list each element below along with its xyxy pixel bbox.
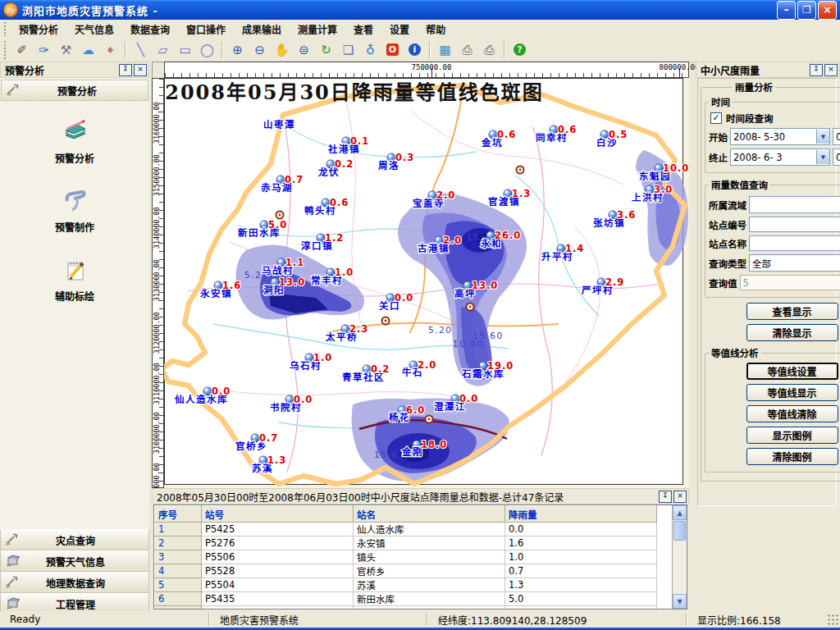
station-value-label: 2.0 [443,235,462,246]
pan-icon[interactable]: ✋ [272,39,292,60]
overview-icon[interactable]: O [382,39,403,60]
box-icon [6,596,21,612]
pin-icon[interactable]: ↧ [659,491,672,503]
menu-item-2[interactable]: 数据查询 [122,21,178,38]
clear-legend-button[interactable]: 清除图例 [746,448,838,465]
start-date-combo[interactable]: 2008- 5-30 ▼ [730,128,830,145]
vertical-scrollbar[interactable]: ▲ ▼ [672,505,687,609]
station-value-label: 0.1 [350,135,369,147]
start-hour-combo[interactable]: 00 ▼ [833,128,840,145]
menu-item-3[interactable]: 窗口操作 [178,21,234,38]
contour-show-button[interactable]: 等值线显示 [746,384,838,401]
zoom-extent-icon[interactable]: ⊜ [294,39,314,60]
table-row[interactable]: 4P5528官桥乡0.7 [155,564,657,578]
minimize-button[interactable]: – [777,1,796,20]
contour-settings-button[interactable]: 等值线设置 [746,363,838,380]
rectangle-tool-icon[interactable]: ▭ [175,39,195,60]
sidebar-item-warning-weather-info[interactable]: 预警天气信息 [0,550,149,572]
end-date-combo[interactable]: 2008- 6- 3 ▼ [730,148,830,166]
contour-clear-button[interactable]: 等值线清除 [746,405,838,422]
scroll-down-icon[interactable]: ▼ [673,594,687,609]
menu-bar: 预警分析天气信息数据查询窗口操作成果输出测量计算查看设置帮助 [0,20,840,39]
column-header-3[interactable]: 降雨量 [505,506,657,523]
station-山枣潭[interactable]: 山枣潭 [263,119,295,130]
query-value-input[interactable] [740,275,840,290]
polygon-tool-icon[interactable]: ▱ [153,39,173,60]
zoom-in-icon[interactable]: ⊕ [227,39,248,60]
chevron-down-icon[interactable]: ▼ [816,130,829,144]
clear-display-button[interactable]: 清除显示 [746,324,838,341]
station-value-label: 0.0 [459,393,478,404]
close-button[interactable]: × [818,1,837,20]
menu-item-1[interactable]: 天气信息 [66,21,122,38]
station-code-input[interactable] [749,217,840,232]
toolbar-grip[interactable] [3,21,7,36]
table-row[interactable]: 5P5504苏溪1.3 [155,578,657,592]
toolbar-grip[interactable] [3,40,7,59]
line-tool-icon[interactable]: ╲ [130,39,151,60]
toolbar: ✐✑⚒☁⌖╲▱▭◯⊕⊖✋⊜↻❏♁Oi▦⎙⎙? [0,38,840,62]
menu-item-5[interactable]: 测量计算 [290,21,345,38]
ellipse-tool-icon[interactable]: ◯ [197,39,217,60]
sidebar-item-geographic-data-query[interactable]: 地理数据查询 [0,572,149,593]
close-icon[interactable]: × [134,64,147,76]
draw-warning-icon[interactable]: ✑ [34,39,54,60]
time-range-checkbox[interactable]: ✓ [710,112,722,124]
tool-warning-production[interactable]: 预警制作 [55,186,94,234]
print-icon[interactable]: ⎙ [457,39,477,60]
table-row[interactable]: 7P5310洞阳13.0 [155,606,657,610]
column-header-2[interactable]: 站名 [354,506,505,523]
close-icon[interactable]: × [673,491,687,503]
print-setup-icon[interactable]: ⎙ [479,39,500,60]
menu-item-4[interactable]: 成果输出 [234,21,290,38]
station-value-label: 18.0 [421,439,447,450]
pin-icon[interactable]: ↧ [810,64,823,76]
row-index: 7 [155,606,202,610]
title-bar[interactable]: dy 浏阳市地质灾害预警系统 - – ❐ × [0,0,840,20]
menu-item-8[interactable]: 帮助 [418,21,454,38]
column-header-1[interactable]: 站号 [202,506,354,523]
menu-item-6[interactable]: 查看 [345,21,381,38]
station-name-input[interactable] [749,235,840,251]
chevron-down-icon[interactable]: ▼ [816,150,829,164]
map-output-icon[interactable]: ▦ [435,39,455,60]
menu-item-0[interactable]: 预警分析 [11,21,66,38]
show-display-button[interactable]: 查看显示 [746,303,838,320]
rain-value-query-group: 雨量数值查询 所属流域 ▼ 站点编号 站点名称 [705,178,840,298]
analysis-tool-icon[interactable]: ✐ [11,39,32,60]
scroll-up-icon[interactable]: ▲ [673,505,687,520]
refresh-view-icon[interactable]: ↻ [316,39,336,60]
cloud-tool-icon[interactable]: ☁ [78,39,98,60]
menu-item-7[interactable]: 设置 [381,21,418,38]
station-value-label: 0.6 [330,197,349,208]
table-row[interactable]: 3P5506镇头1.0 [155,550,657,564]
end-hour-combo[interactable]: 00 ▼ [833,148,840,166]
left-panel-section-header[interactable]: 预警分析 [1,80,148,101]
table-row[interactable]: 6P5435新田水库5.0 [155,592,657,606]
column-header-0[interactable]: 序号 [155,506,202,523]
info-icon[interactable]: i [404,39,425,60]
show-legend-button[interactable]: 显示图例 [746,427,838,444]
tool-auxiliary-plotting[interactable]: 辅助标绘 [55,255,94,303]
close-icon[interactable]: × [824,64,838,76]
station-value-label: 1.0 [335,267,354,278]
scrollbar-thumb[interactable] [673,521,686,541]
globe-icon[interactable]: ♁ [360,39,381,60]
rainfall-table[interactable]: 序号站号站名降雨量 1P5425仙人造水库0.02P5276永安镇1.63P55… [154,505,657,609]
basin-combo[interactable]: ▼ [749,196,840,213]
hammer-tool-icon[interactable]: ⚒ [56,39,76,60]
copy-layer-icon[interactable]: ❏ [338,39,358,60]
resize-grip[interactable] [827,614,838,625]
query-type-combo[interactable]: 全部 ▼ [749,254,840,272]
restore-button[interactable]: ❐ [797,1,816,20]
zoom-out-icon[interactable]: ⊖ [249,39,270,60]
station-value-label: 1.3 [512,188,531,199]
locate-tool-icon[interactable]: ⌖ [100,39,121,60]
sidebar-item-disaster-point-query[interactable]: 灾点查询 [0,529,149,550]
tool-warning-analysis[interactable]: 预警分析 [55,117,94,165]
help-icon[interactable]: ? [509,39,530,60]
table-row[interactable]: 2P5276永安镇1.6 [155,536,657,550]
pin-icon[interactable]: ↧ [119,64,132,76]
map-canvas[interactable]: 2008年05月30日降雨量等值线色斑图5.205.2015.6010.4015… [164,78,689,488]
table-row[interactable]: 1P5425仙人造水库0.0 [155,523,657,536]
